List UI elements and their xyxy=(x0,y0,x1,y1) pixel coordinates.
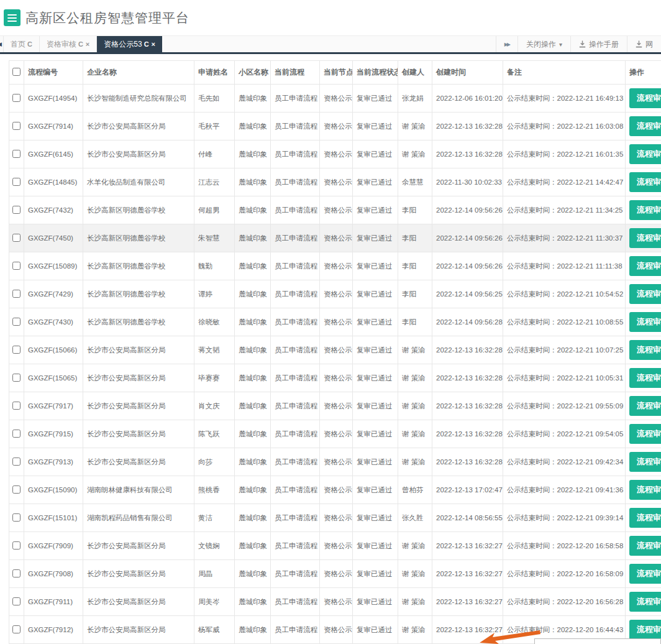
process-approve-button[interactable]: 流程审批 xyxy=(629,172,661,192)
table-row: GXGZF(7909)长沙市公安局高新区分局文镜娴麓城印象员工申请流程资格公示复… xyxy=(9,532,661,560)
row-checkbox[interactable] xyxy=(12,234,21,242)
cell-remark: 公示结束时间：2022-12-21 16:01:35 xyxy=(503,140,626,168)
cell-created: 2022-12-13 16:32:28 xyxy=(432,336,503,364)
manual-download-button[interactable]: 操作手册 xyxy=(570,36,627,52)
process-table: 流程编号企业名称申请姓名小区名称当前流程当前节点当前流程状态创建人创建时间备注操… xyxy=(9,60,661,644)
row-select-cell xyxy=(9,336,24,364)
scroll-tabs-right-button[interactable]: ▶▶ xyxy=(496,36,517,52)
row-checkbox[interactable] xyxy=(12,597,21,605)
cell-id: GXGZF(6145) xyxy=(24,140,83,168)
cell-community: 麓城印象 xyxy=(235,364,271,392)
tab-label: 资格审核 xyxy=(47,39,76,50)
process-approve-button[interactable]: 流程审批 xyxy=(629,564,661,584)
column-header-4: 当前流程 xyxy=(271,61,320,85)
cell-company: 长沙智能制造研究总院有限公司 xyxy=(83,85,194,113)
cell-company: 长沙市公安局高新区分局 xyxy=(83,420,194,448)
process-approve-button[interactable]: 流程审批 xyxy=(629,620,661,640)
cell-creator: 张久胜 xyxy=(398,504,432,532)
tab-home[interactable]: 首页C xyxy=(3,36,40,52)
process-approve-button[interactable]: 流程审批 xyxy=(629,368,661,388)
process-approve-button[interactable]: 流程审批 xyxy=(629,424,661,444)
tab-1[interactable]: 资格审核C× xyxy=(40,36,97,52)
process-approve-button[interactable]: 流程审批 xyxy=(629,592,661,612)
cell-remark: 公示结束时间：2022-12-20 16:58:58 xyxy=(503,532,626,560)
row-checkbox[interactable] xyxy=(12,513,21,522)
cell-company: 长沙高新区明德麓谷学校 xyxy=(83,224,194,252)
close-operations-dropdown[interactable]: 关闭操作 ▾ xyxy=(517,36,570,52)
cell-applicant: 魏勤 xyxy=(194,252,235,280)
cell-applicant: 向莎 xyxy=(194,448,235,476)
cell-node: 资格公示 xyxy=(320,280,353,308)
row-checkbox[interactable] xyxy=(12,122,21,130)
select-all-checkbox[interactable] xyxy=(12,68,21,76)
refresh-icon[interactable]: C xyxy=(144,40,149,48)
process-approve-button[interactable]: 流程审批 xyxy=(629,396,661,416)
row-checkbox[interactable] xyxy=(12,150,21,158)
row-checkbox[interactable] xyxy=(12,262,21,270)
row-checkbox[interactable] xyxy=(12,94,21,102)
row-checkbox[interactable] xyxy=(12,374,21,382)
process-approve-button[interactable]: 流程审批 xyxy=(629,508,661,528)
process-approve-button[interactable]: 流程审批 xyxy=(629,480,661,500)
cell-created: 2022-12-13 16:32:27 xyxy=(432,560,503,588)
close-icon[interactable]: × xyxy=(86,40,89,48)
refresh-icon[interactable]: C xyxy=(27,40,32,48)
process-approve-button[interactable]: 流程审批 xyxy=(629,228,661,248)
cell-community: 麓城印象 xyxy=(235,560,271,588)
row-checkbox[interactable] xyxy=(12,346,21,354)
net-download-button[interactable]: 网 xyxy=(627,36,661,52)
refresh-icon[interactable]: C xyxy=(78,40,83,48)
cell-status: 复审已通过 xyxy=(353,252,398,280)
row-select-cell xyxy=(9,616,24,644)
cell-community: 麓城印象 xyxy=(235,168,271,196)
process-approve-button[interactable]: 流程审批 xyxy=(629,200,661,220)
cell-created: 2022-12-13 16:32:27 xyxy=(432,532,503,560)
cell-id: GXGZF(15089) xyxy=(24,252,83,280)
cell-flow: 员工申请流程 xyxy=(271,616,320,644)
process-approve-button[interactable]: 流程审批 xyxy=(629,340,661,360)
process-approve-button[interactable]: 流程审批 xyxy=(629,536,661,556)
cell-node: 资格公示 xyxy=(320,588,353,616)
row-checkbox[interactable] xyxy=(12,541,21,550)
row-checkbox[interactable] xyxy=(12,206,21,214)
tab-label: 资格公示53 xyxy=(104,39,142,50)
row-checkbox[interactable] xyxy=(12,178,21,186)
close-operations-label: 关闭操作 xyxy=(526,39,556,50)
process-approve-button[interactable]: 流程审批 xyxy=(629,284,661,304)
row-select-cell xyxy=(9,504,24,532)
row-checkbox[interactable] xyxy=(12,430,21,438)
process-approve-button[interactable]: 流程审批 xyxy=(629,452,661,472)
row-select-cell xyxy=(9,252,24,280)
menu-toggle-button[interactable] xyxy=(4,9,21,26)
process-approve-button[interactable]: 流程审批 xyxy=(629,88,661,108)
cell-company: 湖南凯程药品销售有限公司 xyxy=(83,504,194,532)
row-checkbox[interactable] xyxy=(12,318,21,326)
column-header-3: 小区名称 xyxy=(235,61,271,85)
row-action-cell: 流程审批 xyxy=(626,196,661,224)
cell-company: 长沙市公安局高新区分局 xyxy=(83,364,194,392)
row-checkbox[interactable] xyxy=(12,402,21,410)
cell-created: 2022-12-14 09:56:26 xyxy=(432,224,503,252)
row-checkbox[interactable] xyxy=(12,290,21,298)
process-approve-button[interactable]: 流程审批 xyxy=(629,312,661,332)
process-approve-button[interactable]: 流程审批 xyxy=(629,116,661,136)
cell-node: 资格公示 xyxy=(320,616,353,644)
close-icon[interactable]: × xyxy=(152,40,155,48)
app-header: 高新区公租房智慧管理平台 xyxy=(0,0,661,35)
row-checkbox[interactable] xyxy=(12,458,21,466)
process-approve-button[interactable]: 流程审批 xyxy=(629,256,661,276)
row-checkbox[interactable] xyxy=(12,625,21,633)
cell-node: 资格公示 xyxy=(320,85,353,113)
row-checkbox[interactable] xyxy=(12,485,21,494)
cell-remark: 公示结束时间：2022-12-20 16:58:09 xyxy=(503,560,626,588)
cell-company: 长沙市公安局高新区分局 xyxy=(83,140,194,168)
cell-remark: 公示结束时间：2022-12-21 16:49:13 xyxy=(503,85,626,113)
row-select-cell xyxy=(9,588,24,616)
row-select-cell xyxy=(9,560,24,588)
cell-applicant: 江志云 xyxy=(194,168,235,196)
select-all-cell xyxy=(9,61,24,85)
row-checkbox[interactable] xyxy=(12,569,21,577)
row-select-cell xyxy=(9,113,24,140)
process-approve-button[interactable]: 流程审批 xyxy=(629,144,661,164)
tab-2[interactable]: 资格公示53C× xyxy=(97,36,162,52)
